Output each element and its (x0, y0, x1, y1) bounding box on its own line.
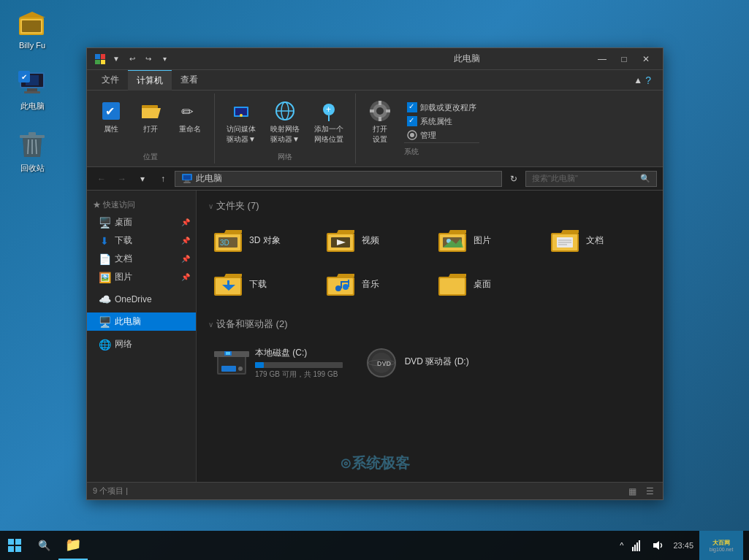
quick-access-btn[interactable]: ▼ (109, 52, 123, 66)
ribbon-collapse-btn[interactable]: ▲ ? (628, 72, 657, 89)
search-box[interactable]: 搜索"此电脑" 🔍 (525, 171, 657, 187)
taskbar-logo: 大百网 big100.net (699, 531, 743, 560)
manage-label: 管理 (420, 130, 436, 141)
drives-grid: 本地磁盘 (C:) 179 GB 可用，共 199 GB (208, 340, 651, 386)
sidebar-item-network[interactable]: 🌐 网络 (87, 335, 196, 353)
refresh-button[interactable]: ↻ (505, 170, 522, 188)
folders-section-header: ∨ 文件夹 (7) (208, 199, 651, 212)
ribbon-btn-add-location[interactable]: + 添加一个 网络位置 (308, 96, 349, 147)
folder-videos[interactable]: 视频 (321, 221, 427, 259)
drive-d-name: DVD 驱动器 (D:) (405, 356, 496, 368)
ribbon-btn-system-props[interactable]: 系统属性 (404, 115, 479, 129)
address-path: 此电脑 (196, 172, 222, 185)
folders-chevron[interactable]: ∨ (208, 202, 213, 210)
drive-c[interactable]: 本地磁盘 (C:) 179 GB 可用，共 199 GB (208, 340, 352, 386)
windows-logo-icon (7, 538, 22, 553)
redo-btn[interactable]: ↪ (141, 52, 156, 66)
svg-text:✔: ✔ (105, 105, 115, 118)
drives-section-header: ∨ 设备和驱动器 (2) (208, 318, 651, 331)
svg-marker-78 (327, 274, 354, 277)
ribbon: 文件 计算机 查看 ▲ ? ✔ (87, 70, 663, 167)
drives-chevron[interactable]: ∨ (208, 321, 213, 329)
minimize-button[interactable]: — (591, 48, 613, 70)
drive-d-icon: DVD (364, 345, 399, 380)
billy-fu-label: Billy Fu (19, 41, 45, 50)
search-icon: 🔍 (640, 174, 650, 183)
svg-rect-38 (379, 101, 381, 105)
taskbar-time[interactable]: 23:45 (670, 531, 696, 560)
sidebar-quick-access-label[interactable]: ★ 快速访问 (87, 196, 196, 213)
svg-text:DVD: DVD (377, 360, 392, 367)
ribbon-btn-uninstall[interactable]: 卸载或更改程序 (404, 101, 479, 115)
folder-downloads[interactable]: 下载 (208, 265, 315, 303)
svg-rect-40 (370, 110, 374, 112)
svg-marker-25 (142, 108, 161, 118)
svg-rect-105 (634, 545, 636, 551)
desktop-icon-recycle-bin[interactable]: 回收站 (6, 128, 58, 177)
tab-file[interactable]: 文件 (93, 70, 128, 91)
tab-view[interactable]: 查看 (172, 70, 207, 91)
ribbon-btn-rename[interactable]: ✏ 重命名 (172, 96, 208, 137)
address-input[interactable]: 此电脑 (175, 171, 502, 187)
recent-locations-button[interactable]: ▾ (134, 170, 151, 188)
svg-rect-85 (440, 278, 465, 294)
svg-rect-101 (15, 539, 21, 545)
forward-button[interactable]: → (113, 170, 131, 188)
ribbon-btn-manage[interactable]: 管理 (404, 129, 479, 142)
taskbar-explorer-btn[interactable]: 📁 (58, 531, 88, 560)
desktop-sidebar-icon: 🖥️ (99, 217, 110, 229)
up-button[interactable]: ↑ (154, 170, 172, 188)
svg-rect-2 (22, 20, 41, 32)
desktop-icon-this-pc[interactable]: ✔ 此电脑 (6, 66, 58, 115)
ribbon-btn-map-network[interactable]: 映射网络 驱动器▼ (265, 96, 305, 147)
folder-3d-objects[interactable]: 3D 3D 对象 (208, 221, 315, 259)
ribbon-btn-access-media[interactable]: 访问媒体 驱动器▼ (221, 96, 262, 147)
network-sidebar-label: 网络 (115, 338, 132, 350)
list-view-btn[interactable]: ☰ (642, 484, 657, 499)
folder-documents[interactable]: 文档 (545, 221, 652, 259)
ribbon-btn-settings[interactable]: 打开 设置 (362, 96, 398, 147)
downloads-sidebar-icon: ⬇ (99, 235, 110, 247)
search-placeholder: 搜索"此电脑" (532, 173, 578, 184)
folder-desktop[interactable]: 桌面 (433, 265, 539, 303)
window-title: 此电脑 (342, 53, 591, 65)
svg-text:✏: ✏ (181, 104, 194, 120)
back-button[interactable]: ← (93, 170, 110, 188)
customize-btn[interactable]: ▾ (157, 52, 172, 66)
svg-rect-83 (341, 281, 349, 283)
ribbon-btn-properties[interactable]: ✔ 属性 (93, 96, 129, 137)
desktop-icon-billy-fu[interactable]: Billy Fu (6, 6, 58, 53)
start-button[interactable] (0, 531, 29, 560)
svg-rect-45 (183, 175, 191, 180)
sidebar-item-desktop[interactable]: 🖥️ 桌面 📌 (87, 213, 196, 231)
sidebar-item-downloads[interactable]: ⬇ 下载 📌 (87, 231, 196, 250)
taskbar-tray-expand[interactable]: ^ (617, 531, 626, 560)
details-view-btn[interactable]: ▦ (625, 484, 639, 499)
svg-point-43 (410, 133, 414, 137)
svg-rect-107 (639, 540, 640, 551)
recycle-bin-icon (18, 131, 47, 160)
sidebar-item-onedrive[interactable]: ☁️ OneDrive (87, 291, 196, 308)
taskbar-search-btn[interactable]: 🔍 (29, 531, 58, 560)
ribbon-system-small-btns: 卸载或更改程序 系统属性 管理 (398, 98, 485, 160)
close-button[interactable]: ✕ (635, 48, 657, 70)
sidebar-item-pictures[interactable]: 🖼️ 图片 📌 (87, 268, 196, 286)
svg-point-91 (238, 367, 243, 371)
access-media-label: 访问媒体 驱动器▼ (227, 124, 256, 145)
ribbon-btn-open[interactable]: 打开 (132, 96, 169, 137)
taskbar-network-icon[interactable] (629, 531, 647, 560)
drive-d-info: DVD 驱动器 (D:) (405, 356, 496, 371)
tab-computer[interactable]: 计算机 (128, 70, 172, 91)
taskbar-volume-icon[interactable] (650, 531, 667, 560)
title-bar-nav: ▼ ↩ ↪ ▾ (93, 52, 342, 66)
drive-d[interactable]: DVD DVD 驱动器 (D:) (358, 340, 502, 386)
svg-text:3D: 3D (220, 239, 229, 247)
maximize-button[interactable]: □ (613, 48, 635, 70)
folder-pictures[interactable]: 图片 (433, 221, 539, 259)
svg-rect-100 (8, 539, 14, 545)
folder-pictures-icon (438, 226, 468, 255)
sidebar-item-this-pc[interactable]: 🖥️ 此电脑 (87, 312, 196, 331)
undo-btn[interactable]: ↩ (125, 52, 140, 66)
folder-music[interactable]: 音乐 (321, 265, 427, 303)
sidebar-item-documents[interactable]: 📄 文档 📌 (87, 250, 196, 268)
